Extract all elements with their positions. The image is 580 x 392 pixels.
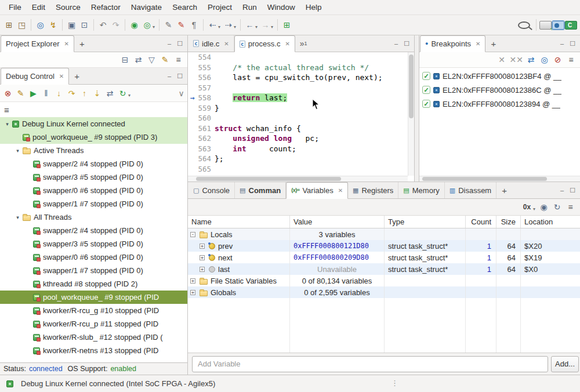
line-number[interactable]: 557: [197, 83, 215, 93]
external-tools-icon-dropdown[interactable]: ▾: [153, 24, 155, 30]
new-view-button[interactable]: +: [485, 35, 501, 52]
variable-row[interactable]: +next0xFFFF000800209D80struct task_struc…: [188, 252, 580, 263]
breakpoint-item[interactable]: ✓EL2N:0xFFFF80008012386C @ __: [419, 83, 580, 97]
code-line[interactable]: 555 /* the actual thread switch */: [188, 63, 408, 73]
reset-icon[interactable]: ↻: [117, 87, 129, 100]
tab-console[interactable]: ▢Console: [188, 182, 235, 198]
collapse-all-icon[interactable]: ⊟: [119, 53, 131, 66]
debug-tree-item[interactable]: swapper/0 #6 stopped (PID 0): [0, 251, 187, 264]
view-menu-icon[interactable]: ≡: [4, 105, 9, 115]
line-number[interactable]: 561: [197, 124, 215, 134]
tab-disassem[interactable]: ▥Disassem: [445, 182, 496, 198]
forward-icon-dropdown[interactable]: ▾: [271, 24, 273, 30]
maximize-button[interactable]: ☐: [570, 187, 575, 194]
new-view-button[interactable]: +: [69, 68, 85, 84]
menu-run[interactable]: Run: [237, 1, 262, 14]
debug-tree-item[interactable]: ▾Active Threads: [0, 144, 187, 157]
tab-project-explorer[interactable]: Project Explorer ✕: [1, 35, 74, 52]
link-editor-icon[interactable]: ⇄: [132, 53, 144, 66]
scrollbar-thumb[interactable]: [422, 177, 547, 181]
view-menu-icon[interactable]: ≡: [564, 201, 577, 213]
expander-icon[interactable]: +: [190, 278, 195, 284]
code-line[interactable]: 557: [188, 83, 408, 93]
code-line[interactable]: 562 unsigned long pc;: [188, 133, 408, 144]
show-whitespace-icon[interactable]: ¶: [188, 19, 200, 31]
debug-tree-item[interactable]: kworker/R-rcu_g #10 stopped (PID: [0, 304, 187, 317]
column-header-count[interactable]: Count: [466, 216, 496, 228]
line-number[interactable]: 559: [197, 103, 215, 114]
tab-comman[interactable]: ▤Comman: [235, 182, 286, 198]
tab-memory[interactable]: ▤Memory: [398, 182, 444, 198]
variable-row[interactable]: +File Static Variables0 of 80,134 variab…: [188, 275, 580, 286]
expander-icon[interactable]: +: [200, 255, 205, 260]
add-variable-input[interactable]: [192, 356, 548, 372]
expander-icon[interactable]: +: [200, 244, 205, 249]
debug-tree-item[interactable]: kthreadd #8 stopped (PID 2): [0, 277, 187, 291]
annotation-ruler[interactable]: [188, 52, 197, 63]
annotation-ruler[interactable]: [188, 154, 197, 164]
view-menu-icon[interactable]: ≡: [565, 53, 577, 66]
c-perspective-icon[interactable]: [565, 21, 577, 30]
scrollbar-thumb[interactable]: [409, 55, 414, 118]
breakpoint-checkbox[interactable]: ✓: [422, 86, 430, 94]
save-all-icon[interactable]: ⊡: [78, 19, 90, 31]
forward-icon[interactable]: →: [259, 19, 271, 31]
panel-sash[interactable]: [415, 35, 419, 182]
debug-tree-item[interactable]: swapper/1 #7 stopped (PID 0): [0, 197, 187, 210]
back-icon-dropdown[interactable]: ▾: [255, 24, 258, 30]
expand-arrow-icon[interactable]: ▾: [14, 215, 21, 220]
annotation-ruler[interactable]: [188, 72, 197, 83]
probe-config-icon[interactable]: ◎: [34, 19, 46, 31]
close-icon[interactable]: ✕: [64, 41, 68, 47]
menu-source[interactable]: Source: [50, 1, 86, 14]
menu-navigate[interactable]: Navigate: [126, 1, 167, 14]
hidden-tabs-indicator[interactable]: »1: [295, 35, 307, 52]
debug-tree-item[interactable]: swapper/2 #4 stopped (PID 0): [0, 224, 187, 237]
continue-icon[interactable]: ▶: [27, 87, 39, 100]
breakpoint-checkbox[interactable]: ✓: [422, 72, 430, 80]
code-line[interactable]: 560: [188, 113, 408, 124]
minimize-button[interactable]: –: [168, 40, 171, 47]
debug-tree-item[interactable]: swapper/3 #5 stopped (PID 0): [0, 170, 187, 184]
minimize-button[interactable]: –: [394, 40, 398, 47]
remove-all-breakpoints-icon[interactable]: ✕✕: [509, 53, 524, 66]
disconnect-icon[interactable]: ⊗: [2, 87, 14, 100]
show-breakpoints-icon[interactable]: ◎: [538, 53, 550, 66]
line-number[interactable]: 554: [197, 52, 215, 63]
pause-icon[interactable]: ‖: [40, 87, 52, 100]
expand-arrow-icon[interactable]: ▾: [14, 148, 21, 154]
minimize-button[interactable]: –: [560, 187, 564, 194]
external-tools-icon[interactable]: ◎: [141, 19, 153, 31]
tab-debug-control[interactable]: Debug Control ✕: [1, 68, 69, 85]
annotation-ruler[interactable]: [188, 63, 197, 73]
debug-tree-item[interactable]: ▾Debug Linux Kernel connected: [0, 117, 187, 130]
new-wizard-icon[interactable]: ⊞: [3, 19, 15, 31]
column-header-value[interactable]: Value: [290, 216, 385, 228]
open-connection-icon[interactable]: ◳: [16, 19, 28, 31]
new-view-button[interactable]: +: [74, 35, 90, 52]
prev-annotation-icon[interactable]: ⇠: [206, 19, 219, 31]
search-icon[interactable]: [518, 21, 530, 29]
line-number[interactable]: 560: [197, 113, 215, 124]
code-line[interactable]: 565: [188, 164, 408, 175]
column-header-size[interactable]: Size: [496, 216, 521, 228]
line-number[interactable]: 558: [197, 93, 215, 103]
pencil-icon[interactable]: ✎: [162, 19, 175, 31]
line-number[interactable]: 555: [197, 63, 215, 73]
annotation-ruler[interactable]: [188, 164, 197, 175]
line-number[interactable]: 556: [197, 72, 215, 83]
debug-tree-item[interactable]: swapper/0 #6 stopped (PID 0): [0, 184, 187, 197]
add-view-icon[interactable]: ⊞: [281, 19, 293, 31]
step-over-icon[interactable]: ↷: [66, 87, 78, 100]
toolbar-overflow-icon[interactable]: ∨: [175, 87, 187, 100]
code-line[interactable]: →558 return last;: [188, 93, 408, 103]
open-perspective-icon[interactable]: [539, 21, 552, 30]
debug-tree-item[interactable]: kworker/R-slub_ #12 stopped (PID (: [0, 331, 187, 344]
debug-tree-item[interactable]: swapper/3 #5 stopped (PID 0): [0, 237, 187, 251]
expander-icon[interactable]: -: [190, 232, 195, 237]
line-number[interactable]: 563: [197, 144, 215, 154]
code-line[interactable]: 563 int count;: [188, 144, 408, 154]
debug-tree-item[interactable]: kworker/R-netns #13 stopped (PID: [0, 344, 187, 357]
debug-perspective-icon[interactable]: [552, 21, 564, 30]
minimize-button[interactable]: –: [560, 40, 564, 47]
